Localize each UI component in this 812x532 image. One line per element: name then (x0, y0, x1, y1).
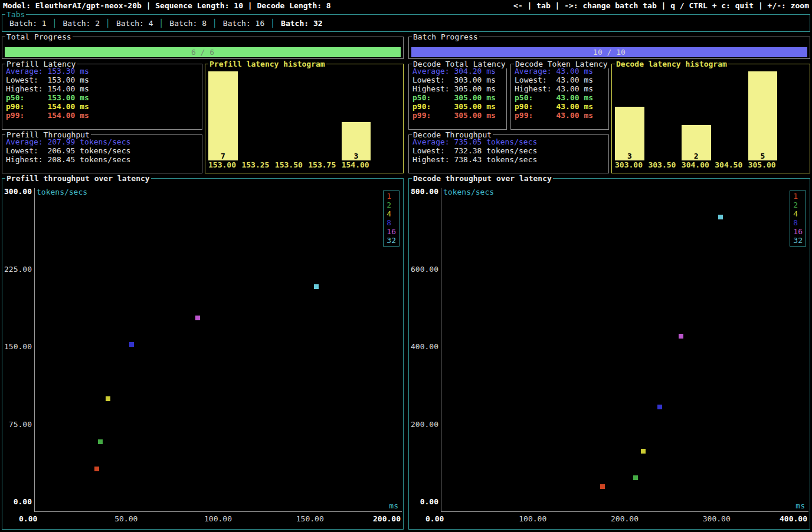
batch-progress-fill: 10 / 10 (411, 47, 807, 57)
prefill-stats-col: Prefill Latency Average:153.30 msLowest:… (2, 64, 202, 173)
stat-row-p50: p50:305.00 ms (412, 93, 504, 102)
legend-item-batch-4: 4 (387, 209, 396, 218)
tabs-panel-title: Tabs (5, 10, 26, 19)
batch-progress-panel: Batch Progress 10 / 10 (408, 37, 810, 59)
decode-histogram-plot: 325 (614, 71, 808, 160)
batch-progress-bar: 10 / 10 (411, 47, 807, 57)
stat-row-p90: p90:154.00 ms (6, 102, 199, 111)
total-progress-fill: 6 / 6 (5, 47, 401, 57)
stat-row-p90: p90:43.00 ms (515, 102, 606, 111)
tab-separator: │ (106, 19, 110, 28)
x-tick-label: 153.25 (241, 160, 269, 169)
decode-stats-col: Decode Total Latency Average:304.20 msLo… (408, 64, 609, 173)
prefill-histogram-title: Prefill latency histogram (208, 60, 326, 68)
legend-item-batch-4: 4 (793, 209, 803, 218)
x-tick-label: 300.00 (703, 515, 731, 523)
prefill-stats-row: Prefill Latency Average:153.30 msLowest:… (2, 64, 404, 173)
y-tick-label: 200.00 (410, 421, 438, 429)
scatter-point-batch-2 (98, 439, 103, 444)
scatter-point-batch-4 (106, 396, 110, 401)
histogram-bar: 5 (748, 71, 778, 160)
decode-stats-row: Decode Total Latency Average:304.20 msLo… (408, 64, 810, 173)
prefill-throughput-title: Prefill Throughput (5, 130, 91, 139)
x-tick-label: 303.00 (615, 160, 643, 169)
tab-separator: │ (270, 19, 275, 28)
y-axis-line (441, 188, 441, 511)
stat-row-p50: p50:43.00 ms (515, 93, 606, 102)
x-tick-label: 100.00 (519, 515, 546, 523)
tab-separator: │ (53, 19, 57, 28)
tab-batch-16[interactable]: Batch: 16 (217, 19, 270, 28)
x-tick-label: 200.00 (373, 515, 401, 523)
stat-row-p90: p90:305.00 ms (412, 102, 504, 111)
decode-token-latency-title: Decode Token Latency (514, 60, 609, 68)
legend: 12481632 (383, 191, 400, 247)
stat-row-lowest: Lowest:43.00 ms (515, 75, 606, 84)
histogram-bar-count: 5 (748, 152, 778, 160)
benchmark-dashboard: Model: EleutherAI/gpt-neox-20b | Sequenc… (0, 0, 812, 532)
y-axis-unit-label: tokens/secs (37, 188, 87, 196)
histogram-bar-count: 7 (208, 152, 238, 160)
scatter-point-batch-16 (195, 316, 200, 320)
decode-throughput-rows: Average:735.05 tokens/secsLowest:732.38 … (409, 135, 608, 164)
histogram-bar: 3 (342, 122, 371, 160)
scatter-point-batch-8 (657, 405, 662, 409)
prefill-latency-rows: Average:153.30 msLowest:153.00 msHighest… (2, 64, 202, 120)
main-columns: Total Progress 6 / 6 Prefill Latency Ave… (2, 32, 810, 530)
batch-progress-title: Batch Progress (412, 32, 479, 41)
stat-row-p99: p99:154.00 ms (6, 111, 199, 120)
legend-item-batch-16: 16 (793, 227, 803, 236)
decode-throughput-panel: Decode Throughput Average:735.05 tokens/… (408, 134, 609, 173)
legend-item-batch-2: 2 (387, 201, 396, 209)
legend-item-batch-1: 1 (387, 192, 396, 201)
y-tick-label: 800.00 (410, 188, 438, 196)
x-tick-label: 100.00 (204, 515, 232, 523)
tab-batch-32[interactable]: Batch: 32 (275, 19, 328, 28)
histogram-bar: 7 (208, 71, 238, 160)
prefill-scatter-plot: tokens/secsms300.00225.00150.0075.000.00… (2, 179, 403, 529)
scatter-point-batch-16 (679, 334, 683, 339)
prefill-column: Total Progress 6 / 6 Prefill Latency Ave… (2, 32, 404, 530)
x-axis-unit-label: ms (389, 501, 398, 510)
scatter-point-batch-1 (94, 467, 99, 471)
x-tick-label: 200.00 (611, 515, 639, 523)
y-axis-line (34, 188, 35, 511)
scatter-point-batch-8 (129, 342, 134, 347)
tab-batch-2[interactable]: Batch: 2 (57, 19, 106, 28)
prefill-throughput-rows: Average:207.99 tokens/secsLowest:206.95 … (2, 135, 202, 164)
x-tick-label: 303.50 (648, 160, 676, 169)
x-tick-label: 154.00 (342, 160, 369, 169)
decode-token-latency-panel: Decode Token Latency Average:43.00 msLow… (510, 64, 609, 130)
x-axis-unit-label: ms (795, 501, 805, 510)
x-tick-label: 153.75 (308, 160, 336, 169)
y-tick-label: 150.00 (4, 343, 32, 351)
decode-scatter-panel: Decode throughput over latency tokens/se… (408, 178, 810, 530)
x-tick-label: 0.00 (425, 515, 444, 523)
tab-batch-8[interactable]: Batch: 8 (163, 19, 212, 28)
legend-item-batch-16: 16 (387, 227, 396, 236)
legend-item-batch-8: 8 (793, 218, 803, 227)
tab-separator: │ (212, 19, 217, 28)
total-progress-value: 6 / 6 (5, 47, 401, 57)
x-tick-label: 304.00 (682, 160, 709, 169)
x-tick-label: 153.50 (275, 160, 303, 169)
decode-scatter-plot: tokens/secsms800.00600.00400.00200.000.0… (409, 179, 810, 529)
x-tick-label: 153.00 (208, 160, 236, 169)
keyboard-shortcuts-help: <- | tab | ->: change batch tab | q / CT… (513, 1, 809, 11)
tabs-panel: Tabs Batch: 1│Batch: 2│Batch: 4│Batch: 8… (2, 14, 810, 32)
legend-item-batch-2: 2 (793, 201, 803, 209)
tab-batch-4[interactable]: Batch: 4 (110, 19, 159, 28)
tab-batch-1[interactable]: Batch: 1 (4, 19, 53, 28)
batch-tab-bar: Batch: 1│Batch: 2│Batch: 4│Batch: 8│Batc… (2, 15, 810, 31)
scatter-point-batch-1 (600, 484, 605, 489)
y-tick-label: 600.00 (410, 265, 438, 274)
prefill-latency-histogram-panel: Prefill latency histogram 73 153.00153.2… (205, 64, 404, 173)
decode-histogram-xlabels: 303.00303.50304.00304.50305.00 (614, 160, 808, 169)
stat-row-highest: Highest:738.43 tokens/secs (412, 155, 606, 164)
x-tick-label: 304.50 (715, 160, 742, 169)
histogram-bar: 2 (682, 125, 711, 160)
y-axis-unit-label: tokens/secs (443, 188, 494, 196)
prefill-histogram-plot: 73 (207, 71, 401, 160)
legend-item-batch-32: 32 (793, 236, 803, 245)
prefill-latency-panel: Prefill Latency Average:153.30 msLowest:… (2, 64, 202, 130)
